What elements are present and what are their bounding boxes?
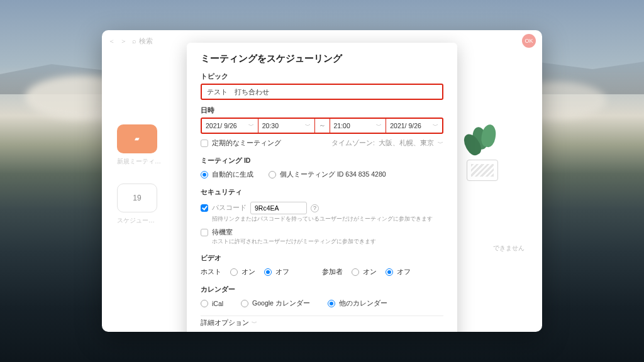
on-label: オン bbox=[242, 268, 255, 277]
participant-off-radio[interactable] bbox=[386, 268, 393, 276]
on-label: オン bbox=[363, 268, 377, 277]
cal-google-radio[interactable] bbox=[241, 300, 248, 307]
dialog-title: ミーティングをスケジューリング bbox=[201, 53, 443, 65]
start-date-select[interactable]: 2021/ 9/26 ﹀ bbox=[202, 119, 258, 133]
advanced-options-toggle[interactable]: 詳細オプション ﹀ bbox=[201, 319, 443, 327]
id-personal-radio[interactable] bbox=[269, 171, 276, 178]
passcode-checkbox[interactable] bbox=[201, 204, 208, 212]
chevron-down-icon: ﹀ bbox=[252, 319, 257, 327]
start-date-value: 2021/ 9/26 bbox=[206, 122, 237, 129]
chevron-down-icon: ﹀ bbox=[433, 122, 438, 130]
schedule-meeting-dialog: ミーティングをスケジューリング トピック 日時 2021/ 9/26 ﹀ 20:… bbox=[187, 43, 457, 332]
hint-text: できません bbox=[493, 244, 525, 253]
search-placeholder: 検索 bbox=[139, 36, 153, 46]
passcode-hint: 招待リンクまたはパスコードを持っているユーザーだけがミーティングに参加できます bbox=[212, 216, 443, 223]
help-icon[interactable]: ? bbox=[311, 204, 319, 212]
topic-label: トピック bbox=[201, 72, 443, 81]
cal-other-label: 他のカレンダー bbox=[339, 299, 387, 308]
id-auto-label: 自動的に生成 bbox=[212, 170, 253, 179]
video-label: ビデオ bbox=[201, 254, 443, 263]
waiting-room-label: 待機室 bbox=[212, 228, 233, 237]
cal-other-radio[interactable] bbox=[328, 300, 335, 307]
host-off-radio[interactable] bbox=[264, 268, 272, 276]
timezone-label: タイムゾーン: bbox=[331, 139, 375, 148]
home-tiles: ▰ 新規ミーティ… 19 スケジュー… bbox=[117, 124, 161, 225]
chevron-down-icon: ﹀ bbox=[305, 122, 311, 130]
tile-label: スケジュー… bbox=[117, 216, 161, 225]
tile-label: 新規ミーティ… bbox=[117, 157, 161, 166]
start-time-select[interactable]: 20:30 ﹀ bbox=[258, 119, 315, 133]
desktop-wallpaper: ＜ ＞ ⌕ 検索 OK ▰ 新規ミーティ… 19 スケジュー… できません bbox=[0, 0, 644, 362]
divider bbox=[201, 315, 443, 316]
passcode-label: パスコード bbox=[212, 204, 247, 212]
waiting-room-hint: ホストに許可されたユーザーだけがミーティングに参加できます bbox=[212, 238, 443, 246]
off-label: オフ bbox=[397, 268, 411, 277]
off-label: オフ bbox=[275, 268, 289, 277]
datetime-row: 2021/ 9/26 ﹀ 20:30 ﹀ ～ 21:00 ﹀ 2021/ 9/2… bbox=[201, 118, 443, 134]
cal-ical-radio[interactable] bbox=[201, 300, 208, 307]
host-on-radio[interactable] bbox=[230, 268, 238, 276]
end-time-select[interactable]: 21:00 ﹀ bbox=[330, 119, 387, 133]
cal-ical-label: iCal bbox=[212, 300, 223, 307]
end-time-value: 21:00 bbox=[334, 122, 350, 129]
new-meeting-tile[interactable]: ▰ bbox=[117, 124, 157, 153]
end-date-value: 2021/ 9/26 bbox=[390, 122, 421, 129]
nav-forward-icon[interactable]: ＞ bbox=[120, 36, 127, 46]
host-label: ホスト bbox=[201, 268, 221, 277]
range-separator: ～ bbox=[315, 119, 330, 133]
datetime-label: 日時 bbox=[201, 106, 443, 115]
timezone-value: 大阪、札幌、東京 bbox=[379, 139, 434, 148]
participant-label: 参加者 bbox=[322, 268, 343, 277]
nav-back-icon[interactable]: ＜ bbox=[108, 36, 115, 46]
recurring-label: 定期的なミーティング bbox=[212, 139, 281, 148]
chevron-down-icon: ﹀ bbox=[376, 122, 382, 130]
calendar-tile[interactable]: 19 bbox=[117, 184, 157, 212]
start-time-value: 20:30 bbox=[262, 122, 279, 129]
calendar-label: カレンダー bbox=[201, 285, 443, 294]
video-icon: ▰ bbox=[135, 134, 140, 143]
advanced-label: 詳細オプション bbox=[201, 319, 249, 327]
id-personal-label: 個人ミーティング ID 634 835 4280 bbox=[280, 170, 386, 179]
recurring-checkbox[interactable] bbox=[201, 140, 208, 147]
participant-on-radio[interactable] bbox=[352, 268, 359, 276]
search-input[interactable]: ⌕ 検索 bbox=[132, 36, 153, 46]
search-icon: ⌕ bbox=[132, 37, 136, 45]
passcode-input[interactable] bbox=[250, 202, 307, 214]
cal-google-label: Google カレンダー bbox=[252, 299, 310, 308]
avatar[interactable]: OK bbox=[522, 34, 536, 48]
timezone-select[interactable]: タイムゾーン: 大阪、札幌、東京 ﹀ bbox=[331, 139, 443, 148]
plant-illustration bbox=[460, 124, 504, 181]
calendar-day: 19 bbox=[133, 193, 141, 204]
chevron-down-icon: ﹀ bbox=[248, 122, 254, 130]
id-auto-radio[interactable] bbox=[201, 171, 208, 178]
meeting-id-label: ミーティング ID bbox=[201, 156, 443, 165]
chevron-down-icon: ﹀ bbox=[438, 140, 443, 148]
app-window: ＜ ＞ ⌕ 検索 OK ▰ 新規ミーティ… 19 スケジュー… できません bbox=[102, 30, 542, 332]
topic-input[interactable] bbox=[201, 84, 443, 100]
security-label: セキュリティ bbox=[201, 188, 443, 197]
waiting-room-checkbox[interactable] bbox=[201, 229, 208, 236]
end-date-select[interactable]: 2021/ 9/26 ﹀ bbox=[386, 119, 442, 133]
